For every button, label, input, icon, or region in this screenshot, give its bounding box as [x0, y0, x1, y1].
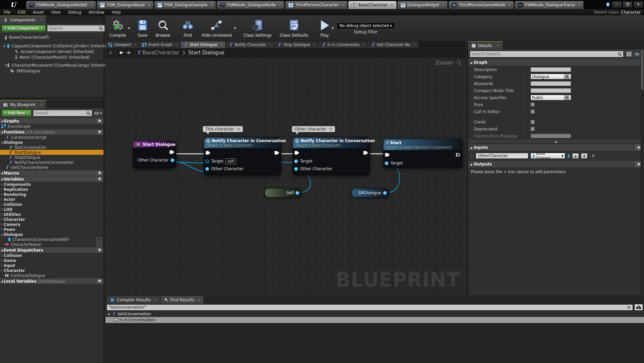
asset-tab-fsmnode_dialoguenode[interactable]: FSMNode_DialogueNode✕: [217, 1, 284, 9]
category-rendering[interactable]: ▷Rendering: [0, 192, 104, 197]
exec-in-pin[interactable]: [295, 151, 299, 155]
move-up-button[interactable]: ▲: [572, 153, 579, 159]
asset-tab-fsm_dialoguesample[interactable]: FSM_DialogueSample✕: [154, 1, 216, 9]
category-input[interactable]: ▷Input: [0, 263, 104, 268]
target-pin[interactable]: [205, 159, 209, 163]
asset-tab-thirdpersoncharacter[interactable]: ThirdPersonCharacter✕: [285, 1, 347, 9]
details-section-outputs[interactable]: ◢Outputs✚: [468, 160, 644, 168]
exec-out-pin[interactable]: [363, 151, 368, 155]
dropdown-caret-icon[interactable]: ▼: [332, 27, 334, 30]
details-search-input[interactable]: [471, 52, 618, 56]
find-result-child[interactable]: Is in Conversation: [106, 317, 644, 323]
eye-closed-icon[interactable]: [96, 242, 102, 247]
item-startdialogue[interactable]: fStartDialogue: [0, 150, 104, 155]
details-search[interactable]: [470, 51, 624, 57]
add-icon[interactable]: ✚: [97, 171, 102, 175]
components-search[interactable]: [47, 25, 105, 32]
node-notify-character-2[interactable]: Notify Character in Conversation Target …: [293, 137, 370, 175]
eye-closed-icon[interactable]: [96, 237, 102, 242]
debug-object-select[interactable]: No debug object selected ▾: [337, 22, 395, 29]
restore-button[interactable]: [623, 2, 632, 7]
clear-search-icon[interactable]: ✕: [627, 305, 631, 310]
menu-file[interactable]: File: [0, 10, 14, 15]
doc-tab-notify-character[interactable]: fNotify Character✕: [225, 41, 274, 48]
find-results-input[interactable]: [109, 305, 627, 310]
details-section-graph[interactable]: ◢Graph: [468, 59, 644, 66]
text-field[interactable]: [530, 88, 571, 93]
close-icon[interactable]: ✕: [197, 298, 200, 302]
asset-tab-fsmnode_dialoguetransi[interactable]: FSMNode_DialogueTransi✕: [515, 1, 584, 9]
exec-out-pin[interactable]: [275, 151, 279, 155]
expander-icon[interactable]: ◢: [0, 233, 4, 236]
exec-in-pin[interactable]: [385, 153, 390, 157]
category-camera[interactable]: ▷Camera: [0, 222, 104, 227]
expander-icon[interactable]: ▷: [0, 223, 4, 226]
checkbox[interactable]: [530, 120, 535, 124]
checkbox[interactable]: [530, 109, 535, 114]
compile-button[interactable]: Compile: [106, 17, 130, 40]
my-blueprint-search-input[interactable]: [35, 111, 86, 115]
item-charactername[interactable]: CharacterName: [0, 242, 104, 247]
exec-out-pin[interactable]: [170, 150, 174, 154]
move-down-button[interactable]: ▼: [581, 153, 588, 159]
section-local-variables[interactable]: ◢Local Variables(StartDialogue)✚: [0, 278, 104, 284]
components-tab[interactable]: Components ✕: [0, 16, 46, 24]
checkbox[interactable]: [530, 102, 535, 107]
expander-icon[interactable]: ▷: [0, 218, 4, 221]
expander-icon[interactable]: ◢: [3, 44, 5, 47]
checkbox[interactable]: [530, 127, 535, 131]
menu-edit[interactable]: Edit: [14, 10, 29, 15]
expander-icon[interactable]: ▷: [0, 198, 4, 201]
menu-help[interactable]: Help: [108, 10, 124, 15]
tab-compiler-results[interactable]: Compiler Results✕: [107, 296, 160, 304]
node-start-dialogue-entry[interactable]: Start Dialogue Other Character: [133, 141, 176, 168]
dropdown-caret-icon[interactable]: ▼: [234, 27, 236, 30]
expander-icon[interactable]: ▷: [0, 264, 4, 267]
details-tab[interactable]: i Details ✕: [468, 41, 503, 49]
close-icon[interactable]: ✕: [210, 3, 213, 7]
item-isinconversation[interactable]: fIsInConversation: [0, 145, 104, 150]
doc-tab-is-in-conversatio[interactable]: fIs in Conversatio✕: [318, 41, 367, 48]
breadcrumb-root[interactable]: BaseCharacter: [142, 50, 179, 56]
expander-icon[interactable]: ▷: [470, 154, 474, 157]
details-collapse-strip[interactable]: ▲: [468, 139, 644, 144]
item-stopdialogue[interactable]: fStopDialogue: [0, 155, 104, 160]
add-icon[interactable]: ✚: [97, 119, 102, 123]
details-section-inputs[interactable]: ◢Inputs✚: [468, 144, 644, 151]
asset-tab-fsmnode_dialoguenodee[interactable]: FSMNode_DialogueNodeE✕: [26, 1, 96, 9]
menu-window[interactable]: Window: [85, 10, 108, 15]
dropdown-caret-icon[interactable]: ▼: [128, 27, 130, 30]
minimize-button[interactable]: —: [613, 2, 621, 7]
close-icon[interactable]: ✕: [390, 3, 393, 7]
node-comment[interactable]: Other character: [292, 126, 335, 132]
doc-tab-stop-dialogue[interactable]: fStop Dialogue✕: [274, 41, 318, 48]
node-self-getter[interactable]: Self: [265, 188, 302, 198]
self-literal[interactable]: self: [225, 158, 236, 164]
close-icon[interactable]: ✕: [40, 18, 43, 22]
expander-icon[interactable]: ▷: [0, 213, 4, 216]
text-field[interactable]: [530, 67, 571, 72]
visibility-filter-icon[interactable]: ▼: [94, 111, 102, 115]
add-icon[interactable]: ✚: [97, 248, 102, 253]
expander-icon[interactable]: ▷: [0, 208, 4, 211]
item-continuedialogue[interactable]: ContinueDialogue: [0, 273, 104, 278]
asset-tab-dialoguewidget[interactable]: DialogueWidget✕: [397, 1, 448, 9]
dropdown[interactable]: Dialogue▼: [530, 74, 571, 79]
expander-icon[interactable]: ▷: [0, 188, 4, 191]
class-settings-button[interactable]: Class Settings: [239, 17, 276, 40]
close-icon[interactable]: ✕: [442, 3, 445, 7]
item-notifycharacterinconversation[interactable]: fNotifyCharacterInConversation: [0, 160, 104, 165]
my-blueprint-tab[interactable]: My Blueprint ✕: [0, 100, 46, 108]
expander-icon[interactable]: ▷: [0, 228, 4, 231]
hide-unrelated-button[interactable]: Hide Unrelated: [198, 17, 236, 40]
add-new-button[interactable]: + Add New▼: [2, 110, 31, 116]
expander-icon[interactable]: ▷: [0, 254, 4, 257]
comment-pin-icon[interactable]: [329, 128, 332, 130]
category-pawn[interactable]: ▷Pawn: [0, 227, 104, 232]
other-character-pin[interactable]: [294, 167, 298, 171]
expander-icon[interactable]: ▷: [0, 203, 4, 206]
text-field[interactable]: [530, 81, 571, 86]
data-out-pin[interactable]: [171, 158, 174, 162]
input-name-field[interactable]: OtherCharacter: [476, 153, 528, 159]
doc-tab-event-graph[interactable]: Event Graph✕: [139, 41, 180, 48]
